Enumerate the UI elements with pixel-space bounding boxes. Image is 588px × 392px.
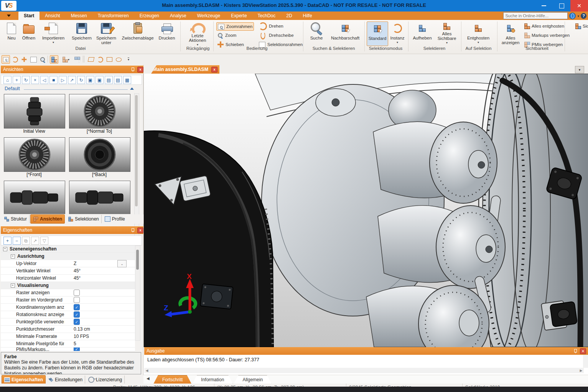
markup-rectangle-icon[interactable] [105,55,114,64]
dropdown-button[interactable]: ⌄ [117,260,127,267]
tab-selektionen[interactable]: Selektionen [66,215,102,223]
resize-view-icon[interactable]: ↗ [68,76,76,84]
letzte-aktionen-button[interactable]: Letzte Aktionen▾ [185,21,210,45]
aufheben-button[interactable]: Aufheben [411,21,433,45]
zwischenablage-button[interactable]: Zwischenablage [120,21,156,45]
tab-list-dropdown-button[interactable]: ▾ [575,66,584,73]
sichtbarkeit-umkehren-button[interactable]: Sichtbarkeit umkehren [574,22,588,30]
expand-all-icon[interactable]: + [3,237,12,245]
speichern-button[interactable]: Speichern [70,21,94,45]
document-tab-close-button[interactable]: x [211,67,217,72]
view-thumbnail-5[interactable] [4,181,65,214]
property-row[interactable]: Punktegröße verwenden [1,318,135,326]
tab-messen[interactable]: Messen [66,12,92,20]
maximize-button[interactable] [553,0,570,12]
output-panel-close-button[interactable]: x [580,348,586,354]
viewport-3d[interactable]: X Z [143,74,588,347]
standard-selektionsmodus-button[interactable]: Standard [367,21,388,46]
property-category[interactable]: Szeneneigenschaften [1,245,135,253]
quick-pan-icon[interactable] [20,55,28,64]
property-row[interactable]: Up-VektorZ⌄ [1,260,135,267]
alles-anzeigen-button[interactable]: Alles anzeigen [499,21,522,45]
drucken-button[interactable]: Drucken [156,21,177,45]
tab-experte[interactable]: Experte [226,12,252,20]
tab-ansichten[interactable]: Ansichten [30,214,65,224]
tab-allgemein[interactable]: Allgemein [234,375,272,384]
export-png-icon[interactable]: ▤ [114,76,122,84]
filter-icon[interactable]: ▽ [40,237,48,245]
tab-struktur[interactable]: Struktur [2,215,30,223]
chevron-down-icon[interactable] [577,13,579,18]
update-views-icon[interactable]: ↻ [77,76,85,84]
collapse-box-icon[interactable] [11,254,15,259]
tab-fortschritt[interactable]: Fortschritt [153,375,191,384]
property-category[interactable]: Visualisierung [1,282,135,289]
property-row[interactable]: Koordinatensystem anz... [1,304,135,311]
tab-hilfe[interactable]: Hilfe [298,12,318,20]
fit-view-icon[interactable]: + [13,76,21,84]
view-thumbnail-normal-to[interactable] [69,94,130,128]
tab-information[interactable]: Information [192,375,233,384]
property-row[interactable]: Minimale Framerate10 FPS [1,333,135,340]
application-menu-button[interactable] [0,12,18,20]
checkbox[interactable] [74,348,80,351]
views-panel-close-button[interactable]: x [137,67,143,72]
property-row[interactable]: Raster im Vordergrund [1,296,135,304]
pin-icon[interactable] [130,228,135,232]
document-tab[interactable]: Main assembly.SLDASM x [151,65,219,74]
checkbox[interactable] [74,290,80,296]
refresh-view-icon[interactable]: ↻ [22,76,30,84]
neu-button[interactable]: Neu [4,21,19,45]
export-view-icon[interactable]: ▣ [86,76,94,84]
alles-entghosten-button[interactable]: Alles entghosten [523,22,565,30]
nachbarschaft-button[interactable]: Nachbarschaft [328,21,363,45]
tab-start[interactable]: Start [18,12,40,20]
checkbox[interactable] [74,319,80,325]
minimize-button[interactable] [535,0,553,12]
tab-einstellungen[interactable]: Einstellungen [46,376,85,384]
close-button[interactable]: ✕ [570,0,588,12]
entghosten-button[interactable]: Entghosten▾ [464,21,492,45]
scrollbar-thumb[interactable] [135,95,138,206]
scrollbar-thumb[interactable] [136,250,139,270]
quick-instance-selection-icon[interactable]: ▾ [60,55,72,64]
tab-analyse[interactable]: Analyse [165,12,192,20]
home-view-icon[interactable]: ⌂ [3,76,12,84]
property-row[interactable]: Minimale Pixelgröße für...5 [1,340,135,348]
view-thumbnail-back[interactable] [69,137,130,172]
scroll-left-icon[interactable]: ◀ [145,369,149,372]
property-row[interactable]: Rotationskreuz anzeigen [1,311,135,318]
export-pdf-icon[interactable]: ▤ [105,76,113,84]
output-horizontal-scrollbar[interactable]: ◀ ▶ [144,368,584,373]
tab-scroll-left-icon[interactable]: ◀ [147,376,150,380]
speichern-unter-button[interactable]: Speichern unter [94,21,118,45]
markup-note-icon[interactable] [87,55,95,64]
collapse-box-icon[interactable] [3,247,7,251]
drehscheibe-button[interactable]: Drehscheibe [258,31,295,39]
suche-button[interactable]: Suche [307,21,326,45]
property-row[interactable]: Punktdurchmesser0.13 cm [1,326,135,333]
quick-selection-frame-icon[interactable] [29,55,38,64]
quick-standard-selection-icon[interactable] [50,55,58,64]
tab-eigenschaften[interactable]: Eigenschaften [2,375,46,384]
instanz-button[interactable]: Instanz▾ [389,21,406,45]
quick-zoom-icon[interactable] [38,55,47,64]
property-category[interactable]: Ausrichtung [1,253,135,260]
quick-select-cursor-icon[interactable] [73,55,81,64]
pin-icon[interactable] [130,67,135,72]
markup-ellipse-icon[interactable] [114,55,123,64]
online-help-search-input[interactable] [503,12,568,19]
tab-profile[interactable]: Profile [102,215,127,223]
zoom-button[interactable]: Zoom [216,31,237,39]
tab-werkzeuge[interactable]: Werkzeuge [192,12,226,20]
grid-views-icon[interactable]: ▦ [123,76,131,84]
drehen-button[interactable]: Drehen [258,22,285,30]
tab-lizenzierung[interactable]: Lizenzierung [86,376,125,384]
view-thumbnail-initial[interactable] [4,94,65,128]
quick-undo-icon[interactable] [11,55,19,64]
toolbar-overflow-icon[interactable]: ▾ [124,55,133,64]
copy-icon[interactable]: ⧉ [22,237,30,245]
view-thumbnail-front[interactable] [4,137,65,172]
property-row[interactable]: Raster anzeigen [1,289,135,296]
property-row[interactable]: Vertikaler Winkel45° [1,267,135,275]
